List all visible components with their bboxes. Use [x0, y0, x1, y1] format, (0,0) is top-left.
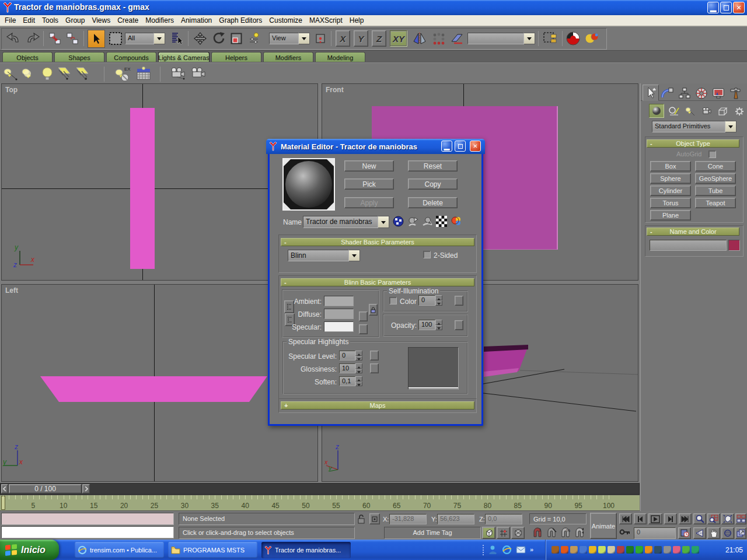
category-shapes[interactable]	[666, 105, 682, 118]
restrict-z-button[interactable]: Z	[372, 30, 386, 47]
rectangular-selection-region-icon[interactable]	[107, 30, 123, 47]
y-coordinate-field[interactable]: 56,623	[437, 514, 474, 524]
minimize-button[interactable]: ▬	[707, 2, 719, 13]
redo-icon[interactable]	[25, 30, 40, 47]
shelf-tab-lights-cameras[interactable]: Lights & Cameras	[158, 52, 210, 62]
quick-launch-outlook-icon[interactable]	[516, 545, 526, 555]
tray-icon-14[interactable]	[673, 546, 680, 554]
x-coordinate-field[interactable]: -31,828	[389, 514, 427, 524]
field-of-view-button[interactable]	[693, 527, 706, 539]
object-color-swatch[interactable]	[728, 240, 740, 251]
background-checker-icon[interactable]	[436, 216, 447, 227]
select-and-rotate-icon[interactable]	[211, 30, 226, 47]
select-object-button[interactable]	[88, 30, 105, 48]
tray-icon-6[interactable]	[598, 546, 606, 554]
play-animation-button[interactable]	[648, 513, 662, 524]
specular-color-swatch[interactable]	[324, 321, 354, 332]
pick-material-from-object-icon[interactable]	[422, 216, 434, 227]
taskbar-button[interactable]: Tractor de maniobras...	[261, 542, 351, 558]
material-editor-icon[interactable]	[565, 30, 581, 47]
time-configuration-button[interactable]	[678, 527, 691, 539]
selection-lock-icon[interactable]	[357, 514, 365, 524]
snap-toggle-icon[interactable]: 3	[532, 527, 544, 538]
specular-map-button[interactable]	[359, 324, 368, 334]
dropdown-arrow-icon[interactable]	[349, 250, 360, 261]
start-button[interactable]: Inicio	[0, 540, 59, 560]
tab-display[interactable]	[710, 85, 727, 101]
arc-rotate-button[interactable]	[721, 527, 734, 539]
self-illumination-spinner[interactable]	[435, 295, 442, 306]
create-cone-button[interactable]: Cone	[695, 161, 736, 172]
align-icon[interactable]	[449, 30, 466, 47]
menu-graph-editors[interactable]: Graph Editors	[215, 15, 266, 26]
tab-motion[interactable]	[693, 85, 710, 101]
shelf-tab-helpers[interactable]: Helpers	[211, 52, 261, 62]
create-box-button[interactable]: Box	[650, 161, 691, 172]
show-map-in-viewport-icon[interactable]	[393, 216, 404, 227]
tab-utilities[interactable]	[727, 85, 743, 101]
material-editor-titlebar[interactable]: Material Editor - Tractor de maniobras ▬…	[266, 139, 485, 154]
track-view-icon[interactable]	[542, 30, 559, 47]
z-coordinate-field[interactable]: 0,0	[485, 514, 522, 524]
create-torus-button[interactable]: Torus	[650, 198, 691, 208]
dropdown-arrow-icon[interactable]	[378, 216, 389, 228]
quick-launch-messenger-icon[interactable]	[488, 545, 498, 555]
select-and-move-icon[interactable]	[193, 30, 208, 47]
menu-views[interactable]: Views	[88, 15, 114, 26]
window-titlebar[interactable]: Tractor de maniobras.gmax - gmax ▬ ✕	[0, 0, 747, 15]
menu-modifiers[interactable]: Modifiers	[142, 15, 177, 26]
delete-material-button[interactable]: Delete	[408, 197, 458, 208]
dropdown-arrow-icon[interactable]	[154, 33, 165, 44]
shader-rollout-header[interactable]: - Shader Basic Parameters	[281, 238, 474, 246]
maxscript-mini-listener-pink[interactable]	[1, 513, 174, 525]
time-back-button[interactable]	[1, 484, 8, 494]
object-top-view[interactable]	[130, 108, 155, 269]
track-bar[interactable]: 5101520253035404550556065707580859095100	[0, 495, 640, 511]
time-forward-button[interactable]	[82, 484, 90, 494]
unlink-selection-icon[interactable]	[65, 30, 79, 47]
quick-launch-ie-icon[interactable]	[502, 545, 512, 555]
zoom-all-button[interactable]	[707, 513, 720, 524]
target-spotlight-icon[interactable]	[3, 65, 19, 83]
category-lights[interactable]	[683, 105, 698, 118]
glossiness-value[interactable]: 10	[339, 363, 355, 373]
taskbar-button[interactable]: trensim.com • Publica...	[75, 542, 164, 558]
tray-icon-8[interactable]	[617, 546, 624, 554]
self-illumination-value[interactable]: 0	[418, 295, 435, 306]
array-icon[interactable]	[431, 30, 447, 47]
previous-frame-button[interactable]	[634, 513, 647, 524]
self-illumination-map-button[interactable]	[455, 296, 463, 306]
menu-maxscript[interactable]: MAXScript	[306, 15, 346, 26]
maximize-button[interactable]	[720, 2, 732, 13]
tray-icon-10[interactable]	[636, 546, 643, 554]
use-center-icon[interactable]	[313, 30, 328, 47]
mirror-icon[interactable]	[411, 30, 428, 47]
tray-icon-16[interactable]	[692, 546, 699, 554]
tray-icon-2[interactable]	[561, 546, 568, 554]
selection-filter-dropdown[interactable]: All	[125, 33, 165, 44]
close-button[interactable]: ✕	[733, 2, 745, 13]
select-by-name-icon[interactable]	[170, 30, 185, 47]
opacity-map-button[interactable]	[455, 320, 463, 330]
reference-coordinate-dropdown[interactable]: View	[269, 33, 310, 44]
name-color-rollout-header[interactable]: - Name and Color	[647, 228, 739, 236]
dropdown-arrow-icon[interactable]	[524, 33, 535, 44]
zoom-extents-button[interactable]	[721, 513, 734, 524]
tray-icon-4[interactable]	[580, 546, 587, 554]
angle-snap-icon[interactable]	[546, 527, 558, 538]
diffuse-map-button[interactable]	[359, 312, 368, 321]
percent-snap-icon[interactable]: %	[560, 527, 572, 538]
taskbar-button[interactable]: PROGRAMAS MSTS	[168, 542, 257, 558]
target-camera-icon[interactable]	[169, 65, 187, 83]
add-time-tag[interactable]: Add Time Tag	[384, 527, 481, 539]
material-name-dropdown[interactable]: Tractor de maniobras	[303, 216, 389, 228]
menu-file[interactable]: File	[1, 15, 19, 26]
maxscript-mini-listener-white[interactable]	[1, 526, 174, 538]
shelf-tab-shapes[interactable]: Shapes	[54, 52, 104, 62]
free-camera-icon[interactable]	[190, 65, 207, 83]
tab-create[interactable]	[643, 85, 659, 101]
dialog-maximize-button[interactable]	[455, 141, 466, 152]
create-sphere-button[interactable]: Sphere	[650, 173, 691, 184]
put-material-icon[interactable]	[407, 216, 419, 227]
soften-spinner[interactable]	[355, 376, 362, 386]
